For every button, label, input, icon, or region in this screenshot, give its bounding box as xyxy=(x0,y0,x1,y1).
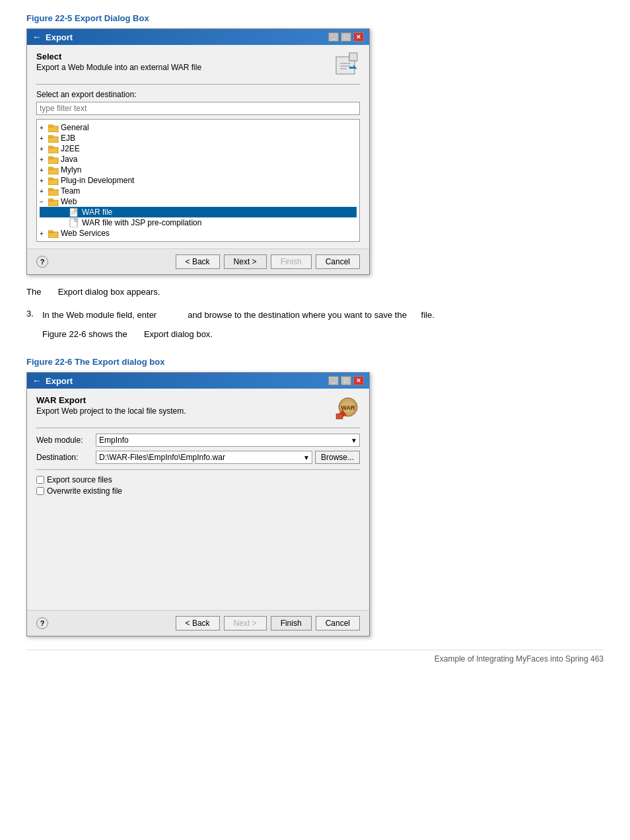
tree-item-war-jsp[interactable]: WAR file with JSP pre-compilation xyxy=(40,217,357,228)
svg-rect-30 xyxy=(75,219,77,221)
step-3-text: In the Web module field, enter and brows… xyxy=(42,309,604,323)
svg-rect-15 xyxy=(48,157,53,159)
tree-label: Plug-in Development xyxy=(61,176,134,185)
export-source-label: Export source files xyxy=(47,475,112,484)
tree-label: Web xyxy=(61,197,77,206)
dialog-2-title: Export xyxy=(46,376,73,386)
dialog-2-footer: ? < Back Next > Finish Cancel xyxy=(27,610,369,636)
folder-icon xyxy=(48,134,59,143)
tree-item[interactable]: + Mylyn xyxy=(40,165,357,175)
prose-after-fig1: The Export dialog box appears. xyxy=(26,286,604,299)
folder-icon xyxy=(48,198,59,206)
folder-icon xyxy=(48,166,59,174)
close-button-2[interactable]: ✕ xyxy=(353,376,364,385)
web-module-row: Web module: ▼ xyxy=(36,434,360,447)
section-label-2: WAR Export xyxy=(36,395,333,405)
minimize-button[interactable]: _ xyxy=(328,32,339,42)
export-dialog-2: ← Export _ □ ✕ WAR Export Export Web pro… xyxy=(26,372,370,636)
destination-row: Destination: ▼ Browse... xyxy=(36,451,360,464)
figure-22-6-title: Figure 22-6 The Export dialog box xyxy=(26,357,604,367)
tree-label-war-jsp: WAR file with JSP pre-compilation xyxy=(82,218,201,227)
tree-label: Java xyxy=(61,155,77,164)
svg-rect-37 xyxy=(336,414,343,419)
close-button[interactable]: ✕ xyxy=(353,32,364,42)
step-3-block: 3. In the Web module field, enter and br… xyxy=(26,309,604,351)
tree-item[interactable]: + Plug-in Development xyxy=(40,175,357,186)
back-button-1[interactable]: < Back xyxy=(176,254,220,269)
finish-button-2[interactable]: Finish xyxy=(271,616,312,630)
svg-rect-9 xyxy=(48,125,53,127)
tree-item[interactable]: + General xyxy=(40,122,357,133)
folder-icon xyxy=(48,176,59,185)
svg-rect-7 xyxy=(349,67,353,69)
next-button-1[interactable]: Next > xyxy=(224,254,267,269)
overwrite-checkbox[interactable] xyxy=(36,487,44,495)
svg-rect-25 xyxy=(75,208,77,211)
svg-rect-19 xyxy=(48,178,53,180)
svg-rect-32 xyxy=(48,231,53,233)
folder-icon xyxy=(48,229,59,238)
web-module-label: Web module: xyxy=(36,436,96,445)
overwrite-label: Overwrite existing file xyxy=(47,486,122,496)
export-dialog-1: ← Export _ □ ✕ Select Export a Web Modul… xyxy=(26,28,370,275)
tree-item[interactable]: + Java xyxy=(40,154,357,165)
section-desc-1: Export a Web Module into an external WAR… xyxy=(36,63,333,72)
folder-icon xyxy=(48,187,59,196)
maximize-button-2[interactable]: □ xyxy=(341,376,351,385)
figure-22-6-ref: Figure 22-6 shows the Export dialog box. xyxy=(42,328,604,342)
svg-rect-21 xyxy=(48,188,53,190)
tree-label: J2EE xyxy=(61,144,80,153)
filter-input-1[interactable] xyxy=(36,102,360,115)
tree-label: Team xyxy=(61,186,80,196)
section-label-1: Select xyxy=(36,52,333,61)
dialog-1-titlebar: ← Export _ □ ✕ xyxy=(27,29,369,45)
svg-text:WAR: WAR xyxy=(341,404,355,411)
cancel-button-1[interactable]: Cancel xyxy=(316,254,360,269)
tree-item[interactable]: − Web xyxy=(40,196,357,207)
figure-22-5-title: Figure 22-5 Export Dialog Box xyxy=(26,13,604,23)
browse-button[interactable]: Browse... xyxy=(315,451,360,464)
destination-label: Destination: xyxy=(36,453,96,462)
svg-rect-23 xyxy=(48,199,53,201)
tree-item[interactable]: + J2EE xyxy=(40,143,357,154)
war-export-icon: WAR xyxy=(333,395,360,422)
maximize-button[interactable]: □ xyxy=(341,32,351,42)
cancel-button-2[interactable]: Cancel xyxy=(316,616,360,630)
section-desc-2: Export Web project to the local file sys… xyxy=(36,406,333,416)
tree-label: General xyxy=(61,123,89,132)
file-icon xyxy=(69,218,80,227)
folder-icon xyxy=(48,145,59,153)
folder-icon xyxy=(48,155,59,164)
tree-item-webservices[interactable]: + Web Services xyxy=(40,228,357,239)
help-icon-2[interactable]: ? xyxy=(36,617,48,629)
destination-input[interactable] xyxy=(96,451,312,464)
svg-rect-13 xyxy=(48,146,53,148)
export-icon-1 xyxy=(333,52,360,78)
tree-item-war[interactable]: WAR file xyxy=(40,207,357,217)
svg-rect-11 xyxy=(48,135,53,137)
tree-label: Web Services xyxy=(61,229,110,238)
folder-icon xyxy=(48,124,59,132)
minimize-button-2[interactable]: _ xyxy=(328,376,339,385)
svg-rect-17 xyxy=(48,167,53,169)
svg-rect-2 xyxy=(349,53,357,61)
filter-label-1: Select an export destination: xyxy=(36,90,360,99)
tree-label: Mylyn xyxy=(61,165,81,174)
finish-button-1[interactable]: Finish xyxy=(271,254,312,269)
export-source-checkbox[interactable] xyxy=(36,476,44,484)
export-arrow-icon: ← xyxy=(32,32,42,42)
tree-item[interactable]: + Team xyxy=(40,186,357,196)
export-source-row: Export source files xyxy=(36,475,360,484)
next-button-2[interactable]: Next > xyxy=(224,616,267,630)
help-icon-1[interactable]: ? xyxy=(36,256,48,268)
page-footer: Example of Integrating MyFaces into Spri… xyxy=(26,650,604,664)
export-arrow-icon-2: ← xyxy=(32,375,42,386)
overwrite-row: Overwrite existing file xyxy=(36,486,360,496)
back-button-2[interactable]: < Back xyxy=(176,616,220,630)
dialog-2-titlebar: ← Export _ □ ✕ xyxy=(27,373,369,389)
web-module-input[interactable] xyxy=(96,434,360,447)
dialog-1-title: Export xyxy=(46,32,73,42)
tree-label-war: WAR file xyxy=(82,208,112,217)
tree-item[interactable]: + EJB xyxy=(40,133,357,143)
tree-container-1: + General + EJB + xyxy=(36,119,360,242)
